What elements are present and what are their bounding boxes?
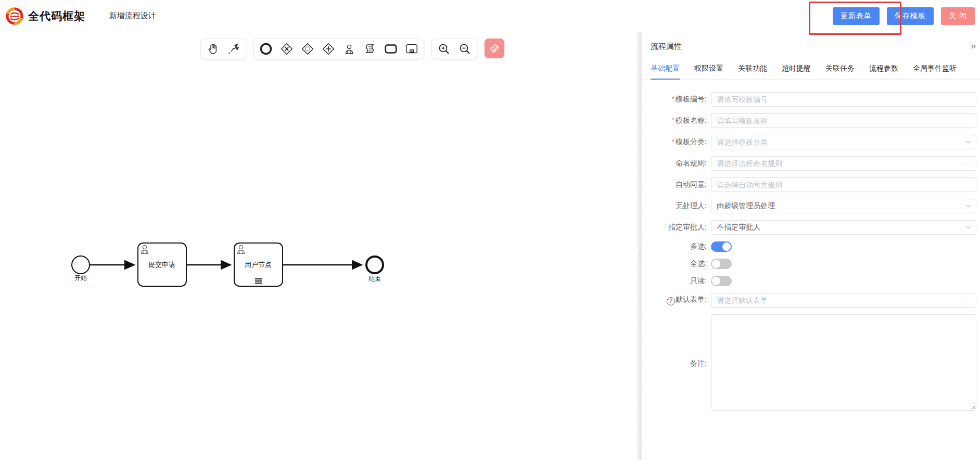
panel-tabs: 基础配置 权限设置 关联功能 超时提醒 关联任务 流程参数 全局事件监听 (642, 60, 980, 80)
remark-label: 备注: (651, 359, 711, 368)
toggle-knob (712, 277, 720, 285)
form-row-assigned-approver: 指定审批人: (651, 220, 976, 235)
read-only-toggle[interactable] (711, 276, 732, 286)
assigned-approver-select[interactable] (711, 220, 976, 235)
tab-related-tasks[interactable]: 关联任务 (825, 60, 855, 79)
panel-title: 流程属性 (642, 32, 980, 52)
inclusive-gateway-icon[interactable] (301, 42, 314, 56)
form-row-naming-rule: 命名规则: ··· (651, 156, 976, 171)
end-event-node[interactable]: 结束 (366, 257, 383, 283)
brand-logo-icon (5, 7, 24, 25)
format-brush-button[interactable] (485, 39, 504, 58)
task2-label: 用户节点 (245, 261, 272, 269)
read-only-label: 只读: (651, 276, 711, 286)
form-row-default-form: ?默认表单: ··· (651, 293, 976, 308)
auto-agree-label: 自动同意: (651, 180, 711, 189)
page-title: 新增流程设计 (109, 11, 156, 21)
template-category-label: 模板分类: (651, 137, 711, 147)
default-form-input[interactable] (711, 293, 976, 308)
template-code-input[interactable] (711, 92, 976, 107)
tab-basic-config[interactable]: 基础配置 (651, 60, 680, 80)
flow-canvas[interactable]: 开始 提交申请 (0, 32, 636, 460)
canvas-toolbar (200, 39, 504, 59)
tab-timeout-reminder[interactable]: 超时提醒 (782, 60, 811, 79)
template-code-label: 模板编号: (651, 95, 711, 104)
end-event-label: 结束 (368, 275, 381, 283)
form-row-multi-select: 多选: (651, 241, 976, 252)
subprocess-icon[interactable] (405, 42, 418, 56)
script-task-icon[interactable] (363, 42, 377, 56)
naming-rule-label: 命名规则: (651, 159, 711, 168)
template-category-select[interactable] (711, 135, 976, 149)
hand-tool-icon[interactable] (206, 42, 220, 56)
toolbar-group-elements (253, 39, 424, 59)
bpmn-diagram: 开始 提交申请 (52, 203, 406, 297)
brand-name: 全代码框架 (28, 9, 85, 23)
user-task-icon[interactable] (342, 42, 356, 56)
no-handler-select[interactable] (711, 199, 976, 213)
form-row-template-name: 模板名称: (651, 113, 976, 128)
tab-global-event-listener[interactable]: 全局事件监听 (913, 60, 957, 79)
naming-rule-input[interactable] (711, 156, 976, 171)
panel-collapse-icon[interactable]: » (971, 41, 976, 52)
tab-process-params[interactable]: 流程参数 (869, 60, 898, 79)
select-all-toggle[interactable] (711, 259, 732, 269)
assigned-approver-label: 指定审批人: (651, 223, 711, 232)
zoom-out-icon[interactable] (458, 42, 472, 56)
toggle-knob (712, 260, 720, 268)
toolbar-group-tools (200, 39, 246, 59)
form-row-template-category: 模板分类: (651, 135, 976, 149)
panel-splitter[interactable]: ⋮ (636, 32, 642, 460)
update-form-button[interactable]: 更新表单 (833, 7, 880, 25)
app-root: 全代码框架 新增流程设计 更新表单 保存模板 关 闭 (0, 0, 980, 460)
start-event-label: 开始 (74, 274, 87, 282)
parallel-gateway-icon[interactable] (322, 42, 335, 56)
form-row-no-handler: 无处理人: (651, 199, 976, 213)
template-name-input[interactable] (711, 113, 976, 128)
exclusive-gateway-icon[interactable] (280, 42, 294, 56)
auto-agree-input[interactable] (711, 177, 976, 192)
multi-select-label: 多选: (651, 242, 711, 251)
start-event-node[interactable]: 开始 (72, 256, 90, 282)
close-button[interactable]: 关 闭 (941, 7, 975, 25)
task-node-submit[interactable]: 提交申请 (138, 243, 186, 286)
multi-select-toggle[interactable] (711, 241, 732, 252)
select-all-label: 全选: (651, 259, 711, 269)
form-row-template-code: 模板编号: (651, 92, 976, 107)
form-row-select-all: 全选: (651, 259, 976, 269)
default-form-label-text: 默认表单: (676, 295, 707, 303)
task-icon[interactable] (384, 42, 398, 56)
help-question-icon[interactable]: ? (667, 297, 675, 305)
tab-related-functions[interactable]: 关联功能 (738, 60, 767, 79)
basic-config-form: 模板编号: 模板名称: 模板分类: 命名规则: ··· (642, 80, 980, 413)
header-actions: 更新表单 保存模板 关 闭 (833, 7, 975, 25)
task-node-user[interactable]: 用户节点 (234, 243, 283, 286)
template-name-label: 模板名称: (651, 116, 711, 125)
remark-textarea[interactable] (711, 314, 976, 411)
toolbar-group-zoom (431, 39, 477, 59)
start-event-icon[interactable] (259, 42, 273, 56)
form-row-auto-agree: 自动同意: (651, 177, 976, 192)
no-handler-label: 无处理人: (651, 201, 711, 211)
task1-label: 提交申请 (148, 261, 175, 269)
tab-permission-settings[interactable]: 权限设置 (694, 60, 723, 79)
save-template-button[interactable]: 保存模板 (887, 7, 934, 25)
connect-tool-icon[interactable] (227, 42, 240, 56)
properties-panel: 流程属性 » 基础配置 权限设置 关联功能 超时提醒 关联任务 流程参数 全局事… (642, 32, 980, 460)
default-form-label: ?默认表单: (651, 295, 711, 305)
toggle-knob (722, 242, 731, 251)
form-row-read-only: 只读: (651, 276, 976, 286)
header: 全代码框架 新增流程设计 更新表单 保存模板 关 闭 (0, 0, 980, 32)
zoom-in-icon[interactable] (437, 42, 451, 56)
form-row-remark: 备注: (651, 314, 976, 413)
